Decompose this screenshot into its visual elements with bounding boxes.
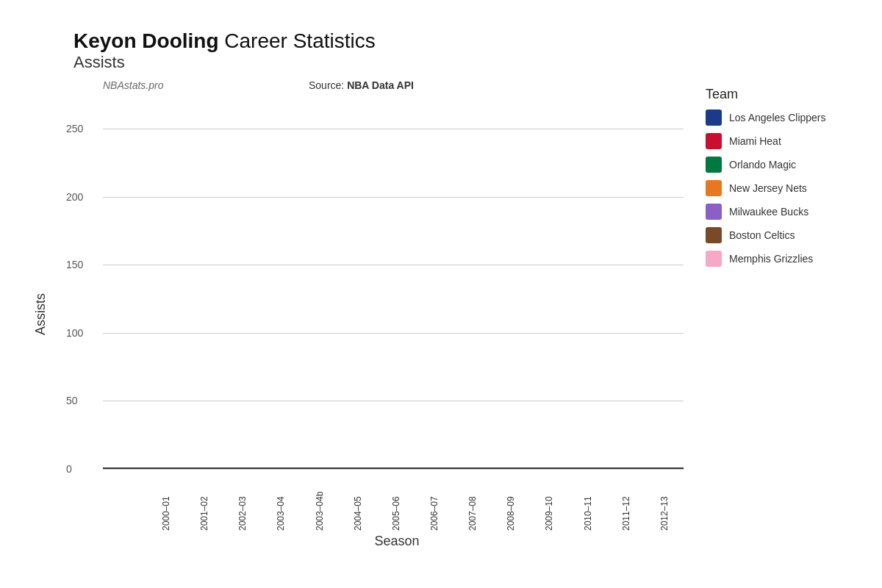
grid-and-bars: 050100150200250 bbox=[103, 101, 684, 469]
legend-item: Memphis Grizzlies bbox=[706, 251, 867, 267]
source-label: Source: NBA Data API bbox=[309, 79, 414, 91]
legend-color-box bbox=[706, 133, 722, 149]
chart-subtitle: Assists bbox=[74, 53, 867, 72]
title-rest: Career Statistics bbox=[219, 29, 376, 52]
x-label-13: 2012–13 bbox=[648, 472, 681, 531]
x-label-0: 2000–01 bbox=[150, 472, 182, 531]
x-label-2: 2002–03 bbox=[226, 472, 259, 531]
x-label-7: 2006–07 bbox=[418, 472, 451, 531]
chart-title: Keyon Dooling Career Statistics bbox=[74, 29, 867, 53]
legend-label: Memphis Grizzlies bbox=[729, 253, 813, 265]
legend-title: Team bbox=[706, 87, 867, 102]
bars-row bbox=[103, 101, 684, 469]
source-prefix: Source: bbox=[309, 79, 347, 91]
y-tick-label: 150 bbox=[66, 259, 83, 270]
legend-item: Los Angeles Clippers bbox=[706, 110, 867, 126]
x-label-5: 2004–05 bbox=[342, 472, 374, 531]
chart-area: Assists NBAstats.pro Source: NBA Data AP… bbox=[29, 79, 867, 549]
x-label-3: 2003–04 bbox=[265, 472, 297, 531]
legend-label: Orlando Magic bbox=[729, 159, 796, 171]
x-label-12: 2011–12 bbox=[610, 472, 642, 531]
y-tick-label: 0 bbox=[66, 463, 72, 475]
x-label-1: 2001–02 bbox=[188, 472, 220, 531]
legend-label: Boston Celtics bbox=[729, 229, 795, 241]
watermark: NBAstats.pro bbox=[103, 79, 163, 91]
x-label-4: 2003–04b bbox=[304, 472, 336, 531]
legend-item: Miami Heat bbox=[706, 133, 867, 149]
x-label-11: 2010–11 bbox=[572, 472, 604, 531]
legend-item: Orlando Magic bbox=[706, 157, 867, 173]
chart-container: Keyon Dooling Career Statistics Assists … bbox=[0, 0, 882, 588]
y-tick-label: 50 bbox=[66, 395, 78, 406]
y-tick-label: 100 bbox=[66, 327, 83, 339]
y-axis-label: Assists bbox=[29, 79, 51, 549]
legend-label: Miami Heat bbox=[729, 135, 781, 147]
x-labels: 2000–012001–022002–032003–042003–04b2004… bbox=[147, 472, 684, 531]
legend-item: Boston Celtics bbox=[706, 227, 867, 243]
legend: Team Los Angeles ClippersMiami HeatOrlan… bbox=[706, 87, 867, 549]
title-block: Keyon Dooling Career Statistics Assists bbox=[74, 29, 867, 72]
legend-color-box bbox=[706, 251, 722, 267]
x-label-10: 2009–10 bbox=[533, 472, 565, 531]
y-tick-label: 250 bbox=[66, 123, 83, 135]
plot-and-legend: NBAstats.pro Source: NBA Data API 050100… bbox=[59, 79, 867, 549]
x-label-8: 2007–08 bbox=[456, 472, 489, 531]
legend-color-box bbox=[706, 157, 722, 173]
grid-line bbox=[103, 469, 684, 470]
x-axis-title: Season bbox=[103, 534, 691, 549]
x-label-6: 2005–06 bbox=[380, 472, 412, 531]
legend-label: New Jersey Nets bbox=[729, 182, 807, 194]
x-label-9: 2008–09 bbox=[495, 472, 527, 531]
legend-color-box bbox=[706, 204, 722, 220]
source-bold: NBA Data API bbox=[347, 79, 414, 91]
legend-label: Milwaukee Bucks bbox=[729, 206, 808, 218]
plot-wrapper: NBAstats.pro Source: NBA Data API 050100… bbox=[59, 79, 691, 549]
legend-label: Los Angeles Clippers bbox=[729, 112, 826, 123]
legend-items: Los Angeles ClippersMiami HeatOrlando Ma… bbox=[706, 110, 867, 267]
legend-color-box bbox=[706, 180, 722, 196]
y-tick-label: 200 bbox=[66, 191, 83, 203]
legend-item: New Jersey Nets bbox=[706, 180, 867, 196]
legend-color-box bbox=[706, 110, 722, 126]
legend-color-box bbox=[706, 227, 722, 243]
player-name: Keyon Dooling bbox=[74, 29, 219, 52]
legend-item: Milwaukee Bucks bbox=[706, 204, 867, 220]
